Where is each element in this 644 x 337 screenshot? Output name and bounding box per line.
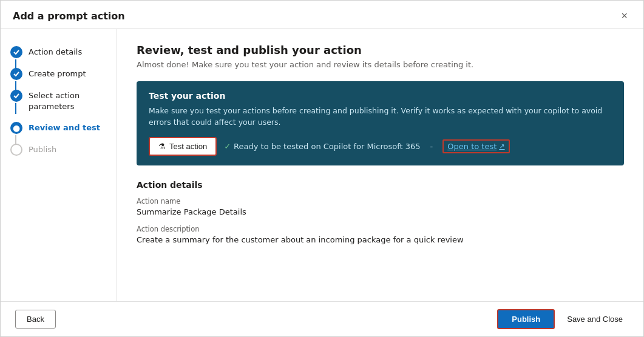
test-card: Test your action Make sure you test your… [137, 81, 624, 165]
dialog-footer: Back Publish Save and Close [1, 301, 643, 336]
step-connector-3 [15, 103, 16, 114]
test-flask-icon: ⚗ [158, 142, 166, 151]
step-label-create-prompt: Create prompt [29, 68, 86, 79]
open-to-test-link[interactable]: Open to test ↗ [442, 139, 509, 153]
test-card-title: Test your action [149, 91, 612, 101]
main-subtitle: Almost done! Make sure you test your act… [137, 60, 624, 69]
step-label-publish: Publish [29, 144, 56, 155]
action-description-value: Create a summary for the customer about … [137, 235, 624, 244]
external-link-icon: ↗ [499, 142, 504, 150]
main-content: Review, test and publish your action Alm… [117, 29, 643, 301]
sidebar-item-select-action-parameters[interactable]: Select action parameters [1, 85, 117, 117]
publish-button[interactable]: Publish [497, 309, 555, 329]
back-button[interactable]: Back [15, 310, 56, 329]
action-name-label: Action name [137, 197, 624, 205]
ready-text: ✓ Ready to be tested on Copilot for Micr… [224, 142, 420, 151]
section-title: Action details [137, 180, 624, 190]
action-details-section: Action details Action name Summarize Pac… [137, 180, 624, 244]
step-icon-create-prompt [10, 68, 22, 80]
step-label-review-and-test: Review and test [29, 122, 100, 133]
sidebar-item-action-details[interactable]: Action details [1, 41, 117, 63]
dialog-title: Add a prompt action [13, 10, 125, 22]
footer-right: Publish Save and Close [497, 309, 629, 329]
close-button[interactable]: × [617, 9, 631, 22]
separator: - [430, 142, 433, 151]
main-title: Review, test and publish your action [137, 44, 624, 56]
step-icon-action-details [10, 46, 22, 58]
test-card-description: Make sure you test your actions before c… [149, 105, 612, 128]
dialog-header: Add a prompt action × [1, 1, 643, 29]
action-description-label: Action description [137, 225, 624, 233]
step-icon-publish [10, 144, 22, 156]
add-prompt-action-dialog: Add a prompt action × Action details Cre… [0, 0, 644, 337]
sidebar-item-review-and-test[interactable]: ● Review and test [1, 117, 117, 139]
ready-label: Ready to be tested on Copilot for Micros… [234, 142, 421, 151]
test-action-label: Test action [169, 142, 207, 151]
sidebar-item-publish[interactable]: Publish [1, 139, 117, 161]
save-and-close-button[interactable]: Save and Close [561, 310, 629, 328]
check-icon: ✓ [224, 142, 231, 151]
open-test-label: Open to test [447, 142, 497, 151]
sidebar: Action details Create prompt Select acti… [1, 29, 117, 301]
step-label-select-action-parameters: Select action parameters [29, 90, 107, 112]
test-action-button[interactable]: ⚗ Test action [149, 137, 217, 156]
test-card-actions: ⚗ Test action ✓ Ready to be tested on Co… [149, 137, 612, 156]
dialog-body: Action details Create prompt Select acti… [1, 29, 643, 301]
step-icon-review-and-test: ● [10, 122, 22, 134]
action-name-value: Summarize Package Details [137, 207, 624, 216]
step-icon-select-action-parameters [10, 90, 22, 102]
step-label-action-details: Action details [29, 46, 82, 58]
sidebar-item-create-prompt[interactable]: Create prompt [1, 63, 117, 85]
